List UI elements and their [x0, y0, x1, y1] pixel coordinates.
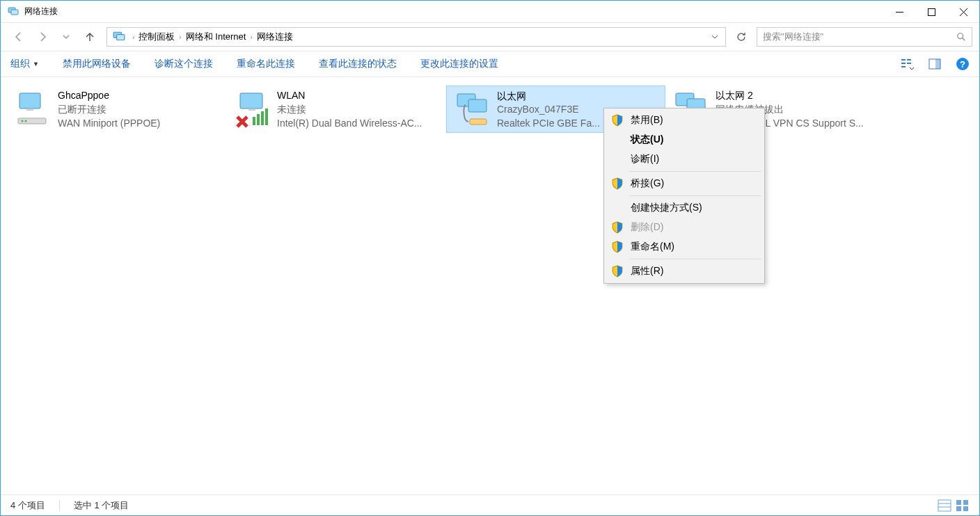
svg-rect-39: [963, 500, 968, 505]
connection-device: Intel(R) Dual Band Wireless-AC...: [277, 116, 422, 130]
separator: [629, 195, 761, 196]
svg-point-22: [22, 120, 24, 122]
svg-rect-3: [928, 8, 935, 15]
svg-rect-13: [907, 59, 911, 61]
item-count: 4 个项目: [10, 499, 45, 512]
preview-pane-icon[interactable]: [928, 57, 942, 71]
separator: [629, 259, 761, 259]
svg-rect-11: [901, 63, 906, 64]
minimize-button[interactable]: [883, 1, 915, 23]
ethernet-icon: [451, 89, 493, 131]
ctx-bridge[interactable]: 桥接(G): [606, 174, 763, 193]
forward-button[interactable]: [31, 26, 54, 48]
svg-text:?: ?: [960, 59, 965, 70]
window-controls: [883, 1, 979, 22]
status-bar: 4 个项目 选中 1 个项目: [1, 494, 979, 515]
svg-rect-38: [956, 500, 961, 505]
rename-button[interactable]: 重命名此连接: [237, 58, 295, 70]
svg-rect-27: [257, 114, 260, 125]
shield-icon: [611, 265, 624, 277]
recent-dropdown[interactable]: [55, 26, 77, 48]
address-bar-row: › 控制面板 › 网络和 Internet › 网络连接 搜索"网络连接": [1, 23, 979, 51]
titlebar: 网络连接: [1, 1, 979, 23]
breadcrumb-item[interactable]: 网络连接: [257, 31, 293, 43]
details-view-icon[interactable]: [938, 499, 951, 512]
svg-rect-19: [19, 93, 40, 108]
connection-status: CrazyBox_047F3E: [497, 102, 600, 115]
up-button[interactable]: [79, 26, 101, 48]
svg-rect-28: [261, 111, 264, 125]
breadcrumb-item[interactable]: 控制面板: [139, 31, 175, 43]
toolbar-right: ?: [900, 57, 970, 71]
context-menu: 禁用(B) 状态(U) 诊断(I) 桥接(G) 创建快捷方式(S) 删除(D) …: [603, 108, 765, 284]
svg-point-8: [958, 33, 963, 39]
command-bar: 组织▼ 禁用此网络设备 诊断这个连接 重命名此连接 查看此连接的状态 更改此连接…: [1, 51, 979, 77]
shield-icon: [611, 241, 624, 253]
chevron-right-icon: ›: [179, 33, 181, 41]
connection-device: WAN Miniport (PPPOE): [58, 116, 160, 130]
shield-icon: [611, 221, 624, 234]
shield-icon: [611, 177, 624, 190]
connection-name: 以太网 2: [716, 88, 864, 102]
tiles-view-icon[interactable]: [956, 499, 970, 512]
svg-rect-7: [117, 35, 125, 40]
chevron-right-icon: ›: [132, 33, 134, 41]
chevron-right-icon: ›: [250, 33, 252, 41]
window-title: 网络连接: [24, 6, 883, 17]
help-icon[interactable]: ?: [956, 57, 970, 71]
ctx-create-shortcut[interactable]: 创建快捷方式(S): [606, 198, 763, 218]
address-dropdown[interactable]: [707, 32, 722, 42]
ctx-properties[interactable]: 属性(R): [606, 261, 763, 281]
change-settings-button[interactable]: 更改此连接的设置: [420, 58, 498, 70]
breadcrumb-item[interactable]: 网络和 Internet: [186, 31, 246, 43]
svg-rect-40: [956, 506, 961, 511]
maximize-button[interactable]: [915, 1, 947, 23]
svg-rect-20: [26, 108, 33, 111]
svg-point-23: [25, 120, 27, 122]
svg-rect-16: [935, 59, 940, 69]
connection-device: Realtek PCIe GBE Fa...: [497, 116, 600, 129]
app-icon: [8, 6, 19, 17]
connection-status: 已断开连接: [58, 102, 160, 116]
svg-rect-25: [248, 108, 255, 111]
svg-rect-14: [907, 63, 911, 64]
ctx-rename[interactable]: 重命名(M): [606, 237, 763, 257]
svg-rect-31: [468, 99, 487, 112]
connections-list: GhcaPppoe 已断开连接 WAN Miniport (PPPOE) WLA…: [1, 79, 979, 493]
disable-device-button[interactable]: 禁用此网络设备: [63, 58, 131, 70]
search-placeholder: 搜索"网络连接": [763, 31, 956, 43]
search-input[interactable]: 搜索"网络连接": [757, 27, 972, 47]
connection-name: WLAN: [277, 88, 422, 102]
connection-item[interactable]: WLAN 未连接 Intel(R) Dual Band Wireless-AC.…: [227, 86, 446, 133]
organize-menu[interactable]: 组织▼: [10, 58, 39, 70]
ctx-status[interactable]: 状态(U): [606, 130, 763, 150]
svg-rect-41: [963, 506, 968, 511]
selection-count: 选中 1 个项目: [74, 499, 129, 512]
svg-rect-32: [470, 119, 487, 124]
connection-status: 未连接: [277, 102, 422, 116]
shield-icon: [611, 114, 624, 127]
svg-rect-35: [938, 500, 951, 511]
ctx-disable[interactable]: 禁用(B): [606, 111, 763, 130]
back-button[interactable]: [8, 26, 30, 48]
divider: [59, 500, 60, 511]
view-options-icon[interactable]: [900, 57, 914, 71]
ctx-delete: 删除(D): [606, 218, 763, 237]
svg-rect-29: [265, 108, 268, 125]
breadcrumb[interactable]: › 控制面板 › 网络和 Internet › 网络连接: [106, 27, 726, 47]
ctx-diagnose[interactable]: 诊断(I): [606, 150, 763, 169]
view-status-button[interactable]: 查看此连接的状态: [319, 58, 397, 70]
connection-item[interactable]: GhcaPppoe 已断开连接 WAN Miniport (PPPOE): [8, 86, 227, 133]
diagnose-button[interactable]: 诊断这个连接: [155, 58, 213, 70]
close-button[interactable]: [947, 1, 979, 23]
pppoe-icon: [12, 88, 54, 130]
wlan-icon: [231, 88, 273, 130]
svg-rect-12: [901, 66, 906, 67]
svg-line-9: [963, 38, 965, 41]
connection-name: GhcaPppoe: [58, 88, 160, 102]
connection-name: 以太网: [497, 89, 600, 102]
separator: [629, 171, 761, 172]
svg-rect-24: [240, 93, 262, 108]
svg-rect-1: [11, 10, 18, 15]
refresh-button[interactable]: [732, 27, 751, 47]
